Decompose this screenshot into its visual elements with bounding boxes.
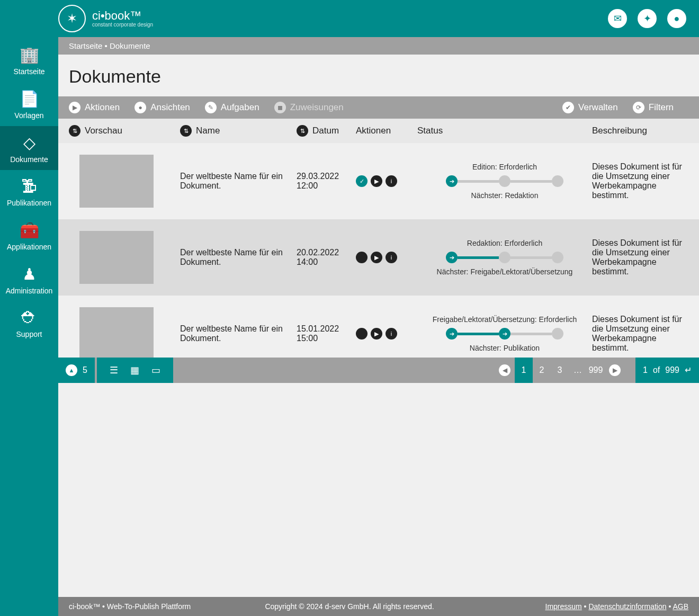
- thumbnail[interactable]: [79, 307, 154, 358]
- play-icon[interactable]: ▶: [371, 252, 382, 263]
- nav-icon: 🧰: [2, 221, 56, 239]
- footer-link-agb[interactable]: AGB: [673, 602, 688, 611]
- table-header: ⇅Vorschau ⇅Name ⇅Datum Aktionen Status B…: [58, 119, 699, 143]
- play-icon[interactable]: ▶: [371, 175, 382, 187]
- compass-icon[interactable]: ✦: [638, 9, 657, 28]
- sort-icon[interactable]: ⇅: [69, 125, 80, 137]
- prev-page-icon[interactable]: ◀: [499, 364, 510, 376]
- sidebar-item-startseite[interactable]: 🏢Startseite: [0, 38, 58, 82]
- sort-icon[interactable]: ⇅: [180, 125, 192, 137]
- play-icon[interactable]: ▶: [371, 328, 382, 340]
- of-label: of: [653, 365, 660, 375]
- thumbnail[interactable]: [79, 231, 154, 284]
- page-title: Dokumente: [58, 55, 699, 96]
- action-filtern[interactable]: ⟳Filtern: [633, 102, 674, 113]
- per-page-value: 5: [83, 365, 87, 375]
- page-3[interactable]: 3: [551, 358, 569, 383]
- status-lower: Nächster: Freigabe/Lektorat/Übersetzung: [417, 267, 592, 276]
- brand-tag: constant corporate design: [92, 22, 153, 28]
- status-seg: [510, 333, 552, 335]
- sidebar-item-applikationen[interactable]: 🧰Applikationen: [0, 213, 58, 257]
- grid-view-icon[interactable]: ▦: [127, 362, 144, 379]
- doc-desc: Dieses Dokument ist für die Umsetzung ei…: [592, 315, 688, 353]
- action-icon: ⟳: [633, 102, 644, 113]
- list-view-icon[interactable]: ☰: [105, 362, 122, 379]
- info-icon[interactable]: i: [386, 175, 397, 187]
- nav-label: Startseite: [13, 67, 44, 76]
- check-icon[interactable]: ✓: [356, 175, 368, 187]
- page-…: …: [569, 358, 587, 383]
- circle-icon[interactable]: [356, 328, 368, 340]
- page-999[interactable]: 999: [587, 358, 605, 383]
- footer-left: ci-book™ • Web-To-Publish Plattform: [69, 602, 191, 611]
- brand-name: ci•book™: [92, 10, 153, 22]
- per-page-box[interactable]: ▲ 5: [58, 358, 95, 383]
- table-row[interactable]: Der weltbeste Name für ein Dokument.29.0…: [58, 143, 699, 219]
- nav-icon: ♟: [2, 265, 56, 283]
- total-pages: 999: [665, 365, 679, 375]
- doc-desc: Dieses Dokument ist für die Umsetzung ei…: [592, 238, 688, 276]
- status-seg: [458, 256, 499, 259]
- status-node: [552, 328, 563, 340]
- page-2[interactable]: 2: [533, 358, 551, 383]
- col-actions: Aktionen: [356, 126, 391, 136]
- footer: ci-book™ • Web-To-Publish Plattform Copy…: [58, 597, 699, 616]
- action-icon: ✎: [205, 102, 217, 113]
- enter-icon[interactable]: ↵: [685, 365, 692, 375]
- info-icon[interactable]: i: [386, 252, 397, 263]
- col-name[interactable]: Name: [196, 126, 220, 136]
- nav-label: Vorlagen: [14, 111, 43, 120]
- col-status: Status: [417, 126, 443, 136]
- table-row[interactable]: Der weltbeste Name für ein Dokument.15.0…: [58, 296, 699, 358]
- doc-desc: Dieses Dokument ist für die Umsetzung ei…: [592, 162, 688, 200]
- footer-link-impressum[interactable]: Impressum: [545, 602, 582, 611]
- status-seg: [458, 333, 499, 335]
- footer-link-datenschutzinformation[interactable]: Datenschutzinformation: [588, 602, 666, 611]
- status-upper: Edition: Erforderlich: [417, 163, 592, 171]
- sidebar-item-administration[interactable]: ♟Administration: [0, 257, 58, 301]
- table-row[interactable]: Der weltbeste Name für ein Dokument.20.0…: [58, 219, 699, 296]
- thumbnail[interactable]: [79, 155, 154, 208]
- action-verwalten[interactable]: ✔Verwalten: [562, 102, 618, 113]
- action-icon: ◼: [274, 102, 286, 113]
- action-label: Zuweisungen: [290, 102, 344, 113]
- action-zuweisungen: ◼Zuweisungen: [274, 102, 344, 113]
- pager-bar: ▲ 5 ☰ ▦ ▭ ◀123…999▶1of999↵: [58, 358, 699, 383]
- action-label: Ansichten: [150, 102, 190, 113]
- next-page-icon[interactable]: ▶: [609, 364, 621, 376]
- sidebar-item-dokumente[interactable]: ◇Dokumente: [0, 126, 58, 170]
- info-icon[interactable]: i: [386, 328, 397, 340]
- status-node: [552, 252, 563, 263]
- nav-icon: ◇: [2, 133, 56, 152]
- action-ansichten[interactable]: ●Ansichten: [135, 102, 190, 113]
- sort-icon[interactable]: ⇅: [297, 125, 308, 137]
- status-node: ➔: [446, 175, 458, 187]
- circle-icon[interactable]: [356, 252, 368, 263]
- nav-icon: ⛑: [2, 309, 56, 327]
- user-icon[interactable]: ●: [667, 9, 686, 28]
- breadcrumb[interactable]: Startseite • Dokumente: [58, 37, 699, 55]
- col-preview[interactable]: Vorschau: [85, 126, 122, 136]
- sidebar-item-vorlagen[interactable]: 📄Vorlagen: [0, 82, 58, 126]
- col-date[interactable]: Datum: [312, 126, 339, 136]
- action-label: Aktionen: [85, 102, 120, 113]
- action-icon: ▶: [69, 102, 80, 113]
- sidebar-item-support[interactable]: ⛑Support: [0, 301, 58, 345]
- sidebar-item-publikationen[interactable]: 🗜Publikationen: [0, 170, 58, 213]
- card-view-icon[interactable]: ▭: [148, 362, 165, 379]
- doc-date: 20.02.2022 14:00: [297, 248, 356, 267]
- action-label: Filtern: [649, 102, 674, 113]
- nav-icon: 🏢: [2, 46, 56, 64]
- action-aktionen[interactable]: ▶Aktionen: [69, 102, 120, 113]
- action-aufgaben[interactable]: ✎Aufgaben: [205, 102, 259, 113]
- chevron-up-icon[interactable]: ▲: [66, 364, 77, 376]
- doc-name: Der weltbeste Name für ein Dokument.: [180, 248, 297, 267]
- footer-mid: Copyright © 2024 d-serv GmbH. All rights…: [265, 602, 434, 611]
- mail-icon[interactable]: ✉: [608, 9, 627, 28]
- status-lower: Nächster: Redaktion: [417, 191, 592, 200]
- page-1[interactable]: 1: [515, 358, 533, 383]
- status-node: ➔: [499, 328, 510, 340]
- brand-logo[interactable]: ✶ ci•book™ constant corporate design: [58, 5, 153, 32]
- action-icon: ●: [135, 102, 146, 113]
- page-jump[interactable]: 1of999↵: [635, 358, 699, 383]
